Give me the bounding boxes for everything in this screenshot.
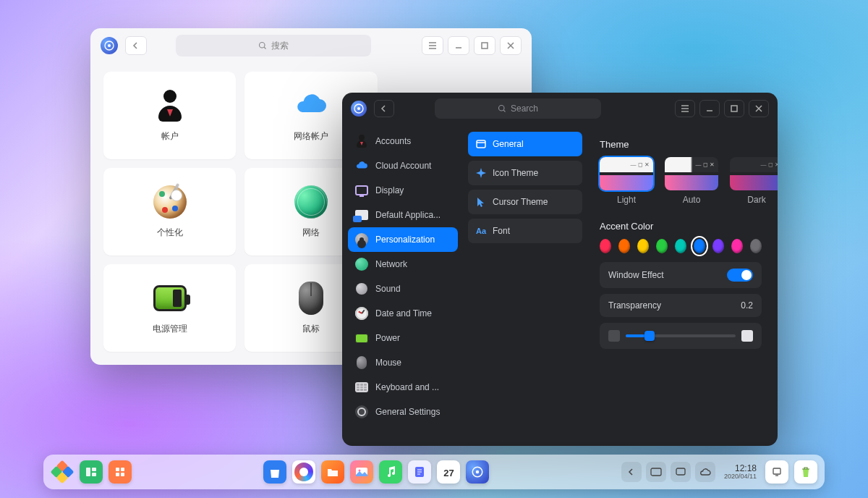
maximize-button[interactable] [724,100,744,117]
dock-app-notes[interactable] [408,460,431,484]
sidebar-item-label: Power [375,333,400,343]
maximize-button[interactable] [474,36,495,55]
svg-rect-14 [116,473,119,476]
sidebar-item-network[interactable]: Network [348,252,458,277]
accent-color-option[interactable] [656,239,668,253]
subnav-item-icon-theme[interactable]: Icon Theme [468,161,582,185]
accounts-icon [354,134,369,148]
sidebar-item-sound[interactable]: Sound [348,277,458,301]
sidebar-item-label: Accounts [375,136,411,146]
dock-clock[interactable]: 12:18 2020/04/11 [724,464,757,480]
slider-track[interactable] [626,334,736,337]
dock-desktop-button[interactable] [765,460,788,484]
dock-trash[interactable] [794,460,817,484]
svg-rect-21 [651,468,661,476]
sidebar-item-datetime[interactable]: Date and Time [348,301,458,326]
back-button[interactable] [374,100,394,117]
minimize-button[interactable] [448,36,469,55]
dock-app-files[interactable] [321,460,344,484]
sidebar-item-cloud[interactable]: Cloud Account [348,153,458,178]
search-input[interactable]: Search [435,98,601,119]
app-logo [351,101,367,117]
accent-color-option[interactable] [618,239,630,253]
minimize-icon [705,104,714,113]
tile-personalization[interactable]: 个性化 [103,168,236,256]
mouse-icon [294,281,328,316]
subnav-item-label: Icon Theme [493,168,538,178]
close-button[interactable] [749,100,769,117]
launcher-button[interactable] [51,460,74,484]
accent-color-option[interactable] [694,239,705,253]
sidebar-item-label: Default Applica... [375,210,441,220]
sidebar-item-display[interactable]: Display [348,178,458,203]
menu-button[interactable] [422,36,443,55]
dock-app-music[interactable] [379,460,402,484]
svg-rect-8 [477,140,485,148]
sidebar-item-label: Date and Time [375,308,432,318]
sidebar-item-default-apps[interactable]: Default Applica... [348,203,458,227]
tray-keyboard[interactable] [646,462,666,482]
subnav-item-font[interactable]: AaFont [468,219,582,243]
tile-power[interactable]: 电源管理 [103,264,236,352]
sidebar-item-general[interactable]: General Settings [348,400,458,424]
dock-app-photos[interactable] [350,460,373,484]
subnav-item-cursor-theme[interactable]: Cursor Theme [468,190,582,214]
cursor-icon [475,196,487,208]
sidebar-item-mouse[interactable]: Mouse [348,350,458,375]
opacity-max-icon [741,330,753,342]
close-button[interactable] [500,36,522,55]
theme-option-light[interactable]: — ◻ ✕ Light [600,157,653,205]
tile-accounts[interactable]: 帐户 [103,72,236,159]
tray-collapse[interactable] [621,462,642,482]
accent-color-option[interactable] [675,239,686,253]
sidebar-item-keyboard[interactable]: Keyboard and ... [348,375,458,400]
display-icon [354,183,369,198]
sidebar-item-personalization[interactable]: Personalization [348,227,458,252]
dock-app-grid[interactable] [109,460,132,484]
cloud-icon [354,159,369,173]
back-button[interactable] [125,36,147,55]
accent-color-option[interactable] [637,239,649,253]
menu-button[interactable] [675,100,695,117]
maximize-icon [730,104,739,113]
subnav-item-general[interactable]: General [468,132,582,156]
sidebar-item-power[interactable]: Power [348,326,458,350]
theme-option-auto[interactable]: — ◻ ✕ Auto [665,157,718,205]
accent-color-option[interactable] [712,239,724,253]
dock-app-store[interactable] [263,460,286,484]
minimize-button[interactable] [699,100,720,117]
dock-app-calendar[interactable]: 27 [437,460,460,484]
shopping-bag-icon [269,465,281,478]
minimize-icon [454,41,463,50]
sidebar-item-accounts[interactable]: Accounts [348,129,458,153]
search-input[interactable]: 搜索 [176,35,371,56]
clock-time: 12:18 [724,464,757,473]
accent-color-option[interactable] [600,239,611,253]
document-icon [414,466,425,478]
transparency-slider[interactable] [600,323,762,349]
hamburger-icon [681,104,689,113]
dock-app-multitask[interactable] [80,460,103,484]
system-tray [621,462,715,482]
transparency-label: Transparency [608,300,661,311]
sidebar-item-label: General Settings [375,407,440,417]
theme-option-dark[interactable]: — ◻ ✕ Dark [730,157,778,205]
accent-color-option[interactable] [750,239,762,253]
svg-point-5 [357,107,360,110]
transparency-row: Transparency 0.2 [600,294,762,317]
keyboard-icon [354,380,369,394]
dark-body: Accounts Cloud Account Display Default A… [342,124,778,446]
default-apps-icon [354,208,369,222]
window-effect-toggle[interactable] [727,269,753,282]
sidebar-item-label: Keyboard and ... [375,382,439,392]
personalization-icon [354,232,369,247]
search-placeholder: Search [511,104,538,114]
search-placeholder: 搜索 [271,40,289,52]
accent-color-option[interactable] [731,239,743,253]
tray-chat[interactable] [671,462,691,482]
tray-cloud[interactable] [695,462,715,482]
opacity-min-icon [608,330,620,342]
sidebar-item-label: Display [375,185,404,195]
dock-app-settings[interactable] [466,460,489,484]
dock-app-browser[interactable] [292,460,315,484]
